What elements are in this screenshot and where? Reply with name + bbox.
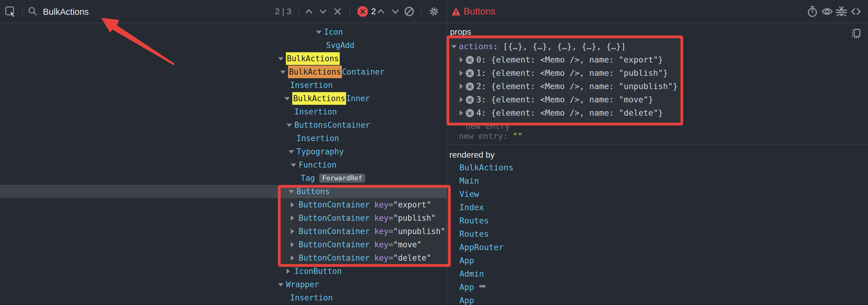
previous-error-button[interactable] [374,0,388,23]
delete-entry-icon[interactable]: × [466,96,474,104]
owner-component-name[interactable]: Routes [459,216,489,225]
owner-component-name[interactable]: App [459,282,474,292]
view-source-button[interactable] [849,0,863,23]
error-badge[interactable] [356,0,369,23]
collapse-icon[interactable] [280,70,286,74]
tree-row[interactable]: BulkActions [0,52,446,65]
delete-entry-icon[interactable]: × [466,109,474,117]
tree-row[interactable]: ButtonContainer key="publish" [0,211,446,225]
tree-row[interactable]: Wrapper [0,278,446,291]
settings-button[interactable] [427,0,441,23]
search-input[interactable] [42,5,255,19]
suspend-toggle-button[interactable] [403,0,416,23]
prop-array-item-row[interactable]: ×1: {element: <Memo />, name: "publish"} [447,66,868,80]
expand-icon[interactable] [291,215,294,221]
inspect-dom-button[interactable] [820,0,834,23]
prop-array-item-row[interactable]: ×2: {element: <Memo />, name: "unpublish… [447,80,868,93]
expand-icon[interactable] [291,229,294,234]
next-error-button[interactable] [389,0,402,23]
owner-component-name[interactable]: View [459,189,479,199]
stopwatch-icon [807,6,818,17]
previous-result-button[interactable] [302,0,315,23]
owner-component-name[interactable]: AppRouter [459,242,503,252]
tree-row[interactable]: TagForwardRef [0,172,446,185]
expand-icon[interactable] [460,97,463,102]
tree-row[interactable]: Function [0,158,446,172]
expand-icon[interactable] [291,202,294,207]
tree-row[interactable]: ButtonsContainer [0,118,446,132]
prop-array-item-row[interactable]: ×4: {element: <Memo />, name: "delete"} [447,106,868,120]
prop-array-item-row[interactable]: ×0: {element: <Memo />, name: "export"} [447,53,868,66]
tree-row[interactable]: Icon [0,25,446,39]
rendered-by-item[interactable]: App [459,294,514,305]
expand-icon[interactable] [291,255,294,261]
next-result-button[interactable] [316,0,330,23]
rendered-by-item[interactable]: App [459,280,514,294]
expand-icon[interactable] [460,57,463,63]
prop-row-actions[interactable]: actions: [{…}, {…}, {…}, {…}, {…}] [447,40,868,53]
collapse-icon[interactable] [289,150,294,154]
expand-icon[interactable] [460,110,463,116]
new-entry-label[interactable]: new entry [459,131,503,141]
tree-row[interactable]: ButtonContainer key="export" [0,198,446,211]
tree-row[interactable]: BulkActionsInner [0,92,446,105]
rendered-by-item[interactable]: Routes [459,227,514,241]
tree-row[interactable]: Insertion [0,291,446,304]
expand-icon[interactable] [460,70,463,76]
props-items: ×0: {element: <Memo />, name: "export"}×… [447,53,868,120]
clear-search-button[interactable] [331,0,344,23]
tree-row[interactable]: SvgAdd [0,39,446,52]
new-entry-row[interactable]: new entry: "" [459,130,868,143]
collapse-icon[interactable] [278,283,283,286]
owner-component-name[interactable]: Index [459,203,484,212]
tree-row[interactable]: IconButton [0,265,446,278]
owner-component-name[interactable]: Main [459,176,479,185]
owner-component-name[interactable]: Routes [459,229,489,239]
forward-ref-badge: ForwardRef [319,174,365,183]
expand-icon[interactable] [286,268,290,274]
owner-component-name[interactable]: App [459,256,474,265]
tree-row[interactable]: Insertion [0,105,446,118]
expand-icon[interactable] [460,83,463,89]
rendered-by-item[interactable]: Admin [459,267,514,280]
rendered-by-item[interactable]: Index [459,201,514,214]
collapse-icon[interactable] [289,190,294,193]
rendered-by-item[interactable]: View [459,188,514,201]
new-entry-value[interactable]: "" [513,131,523,141]
tree-row[interactable]: ButtonContainer key="move" [0,238,446,251]
collapse-icon[interactable] [451,45,457,48]
tree-row[interactable]: Insertion [0,78,446,92]
delete-entry-icon[interactable]: × [466,82,474,91]
tree-row[interactable]: Insertion [0,132,446,145]
owner-component-name[interactable]: App [459,296,474,305]
owner-component-name[interactable]: Admin [459,269,484,278]
copy-props-button[interactable] [850,28,861,39]
rendered-by-item[interactable]: BulkActions [459,161,514,174]
expand-icon[interactable] [291,242,294,247]
prop-array-item-row[interactable]: ×3: {element: <Memo />, name: "move"} [447,93,868,106]
tree-row[interactable]: Buttons [0,185,446,198]
collapse-icon[interactable] [316,31,321,34]
rendered-by-item[interactable]: Main [459,174,514,188]
bug-icon [836,6,847,17]
tree-row[interactable]: Typography [0,145,446,158]
rendered-by-item[interactable]: AppRouter [459,241,514,254]
rendered-by-item[interactable]: App [459,254,514,267]
inspect-element-button[interactable] [3,0,18,23]
collapse-icon[interactable] [278,57,283,60]
tree-row[interactable]: ButtonContainer key="unpublish" [0,225,446,238]
owner-component-name[interactable]: BulkActions [459,163,514,172]
react-devtools-window: 2 | 3 2 [0,0,868,305]
collapse-icon[interactable] [286,124,292,127]
tree-row[interactable]: BulkActionsContainer [0,65,446,78]
delete-entry-icon[interactable]: × [466,69,474,77]
profile-timing-button[interactable] [806,0,819,23]
collapse-icon[interactable] [284,97,290,100]
debug-log-button[interactable] [835,0,848,23]
collapse-icon[interactable] [291,163,296,167]
key-attribute-name: key [374,200,389,209]
tree-row-content: SvgAdd [326,39,354,52]
rendered-by-item[interactable]: Routes [459,214,514,227]
tree-row[interactable]: ButtonContainer key="delete" [0,251,446,265]
delete-entry-icon[interactable]: × [466,56,474,64]
